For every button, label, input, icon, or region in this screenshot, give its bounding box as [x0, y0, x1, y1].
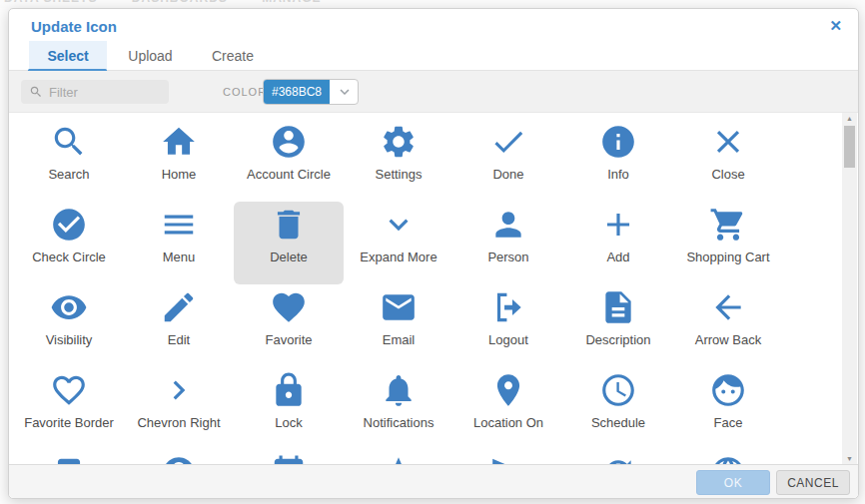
- settings-icon: [380, 123, 418, 161]
- account-circle-icon: [270, 123, 308, 161]
- cancel-button[interactable]: CANCEL: [776, 470, 850, 495]
- icon-label: Description: [585, 332, 650, 347]
- icon-label: Menu: [163, 250, 196, 264]
- icon-cell-star[interactable]: [344, 450, 453, 465]
- chevron-down-icon: [336, 83, 354, 101]
- favorite-icon: [270, 288, 308, 326]
- dialog-title: Update Icon: [31, 18, 117, 35]
- close-icon[interactable]: ✕: [825, 15, 846, 37]
- icon-cell-expand_more[interactable]: Expand More: [344, 202, 453, 284]
- favorite-border-icon: [50, 371, 88, 409]
- background-page-nav: DATA SHEETS DASHBOARDS MANAGE: [0, 0, 865, 8]
- icon-cell-settings[interactable]: Settings: [344, 119, 453, 202]
- dialog-tabs: Select Upload Create: [9, 41, 858, 71]
- filter-toolbar: COLOR #368BC8: [9, 71, 858, 113]
- icon-cell-add[interactable]: Add: [563, 202, 673, 284]
- icon-cell-event[interactable]: [234, 450, 344, 465]
- bg-nav-item: DATA SHEETS: [4, 0, 97, 5]
- icon-label: Edit: [168, 332, 190, 347]
- icon-cell-menu[interactable]: Menu: [124, 202, 234, 284]
- dialog-header: Update Icon ✕: [9, 9, 858, 41]
- icon-label: Delete: [270, 250, 308, 264]
- shopping-cart-icon: [709, 206, 747, 244]
- icon-cell-check_circle[interactable]: Check Circle: [14, 202, 124, 284]
- icon-cell-lock[interactable]: Lock: [234, 367, 344, 450]
- icon-cell-language[interactable]: [673, 450, 783, 465]
- icon-label: Location On: [473, 415, 543, 430]
- done-icon: [489, 123, 527, 161]
- icon-cell-home[interactable]: Home: [124, 119, 234, 202]
- tab-select[interactable]: Select: [29, 41, 107, 71]
- menu-icon: [160, 206, 198, 244]
- schedule-icon: [599, 371, 637, 409]
- icon-cell-help[interactable]: [124, 450, 234, 465]
- icon-label: Email: [383, 332, 416, 347]
- icon-cell-favorite[interactable]: Favorite: [234, 284, 344, 367]
- icon-cell-description[interactable]: Description: [563, 284, 673, 367]
- icon-cell-shopping_cart[interactable]: Shopping Cart: [673, 202, 783, 284]
- chevron-right-icon: [160, 371, 198, 409]
- color-swatch[interactable]: #368BC8: [264, 80, 330, 104]
- icon-label: Shopping Cart: [686, 250, 769, 264]
- ok-button[interactable]: OK: [696, 470, 770, 495]
- update-icon-dialog: Update Icon ✕ Select Upload Create COLOR…: [8, 8, 859, 499]
- scrollbar-thumb[interactable]: [844, 126, 855, 168]
- logout-icon: [489, 288, 527, 326]
- icon-cell-search[interactable]: Search: [14, 119, 124, 202]
- icon-label: Account Circle: [247, 167, 331, 182]
- scrollbar[interactable]: ▲ ▼: [842, 113, 857, 465]
- search-icon: [50, 123, 88, 161]
- icon-cell-location_on[interactable]: Location On: [453, 367, 563, 450]
- icon-cell-notifications[interactable]: Notifications: [344, 367, 453, 450]
- scrollbar-up-arrow[interactable]: ▲: [842, 113, 857, 125]
- icon-cell-email[interactable]: Email: [344, 284, 453, 367]
- icon-cell-visibility[interactable]: Visibility: [14, 284, 124, 367]
- expand-more-icon: [380, 206, 418, 244]
- icon-cell-done[interactable]: Done: [453, 119, 563, 202]
- color-dropdown[interactable]: #368BC8: [263, 79, 359, 105]
- icon-label: Arrow Back: [695, 332, 761, 347]
- icon-cell-bookmark[interactable]: [14, 450, 124, 465]
- icon-cell-person[interactable]: Person: [453, 202, 563, 284]
- icon-cell-refresh[interactable]: [563, 450, 673, 465]
- icon-cell-favorite_border[interactable]: Favorite Border: [14, 367, 124, 450]
- icon-cell-face[interactable]: Face: [673, 367, 783, 450]
- email-icon: [380, 288, 418, 326]
- dialog-footer: OK CANCEL: [9, 464, 858, 498]
- icon-cell-close[interactable]: Close: [673, 119, 783, 202]
- icon-cell-info[interactable]: Info: [563, 119, 673, 202]
- icon-label: Logout: [488, 332, 528, 347]
- icon-cell-send[interactable]: [453, 450, 563, 465]
- icon-cell-edit[interactable]: Edit: [124, 284, 234, 367]
- icon-cell-account_circle[interactable]: Account Circle: [234, 119, 344, 202]
- icon-label: Close: [711, 167, 744, 182]
- location-on-icon: [489, 371, 527, 409]
- icon-cell-schedule[interactable]: Schedule: [563, 367, 673, 450]
- icon-label: Search: [48, 167, 89, 182]
- icon-label: Lock: [275, 415, 302, 430]
- filter-box: [21, 80, 169, 104]
- search-icon: [29, 85, 43, 99]
- check-circle-icon: [50, 206, 88, 244]
- icon-label: Add: [606, 250, 629, 264]
- icon-label: Chevron Right: [137, 415, 220, 430]
- visibility-icon: [50, 288, 88, 326]
- bg-nav-item: MANAGE: [262, 0, 321, 5]
- icon-cell-arrow_back[interactable]: Arrow Back: [673, 284, 783, 367]
- color-label: COLOR: [223, 86, 267, 98]
- filter-input[interactable]: [49, 80, 164, 104]
- tab-upload[interactable]: Upload: [111, 41, 189, 71]
- edit-icon: [160, 288, 198, 326]
- icon-label: Favorite Border: [24, 415, 114, 430]
- icon-label: Favorite: [266, 332, 313, 347]
- face-icon: [709, 371, 747, 409]
- tab-create[interactable]: Create: [194, 41, 272, 71]
- icon-cell-chevron_right[interactable]: Chevron Right: [124, 367, 234, 450]
- bg-nav-item: DASHBOARDS: [132, 0, 228, 5]
- info-icon: [599, 123, 637, 161]
- icon-cell-logout[interactable]: Logout: [453, 284, 563, 367]
- close-icon: [709, 123, 747, 161]
- icon-cell-delete[interactable]: Delete: [234, 202, 344, 284]
- icon-label: Expand More: [360, 250, 436, 264]
- notifications-icon: [380, 371, 418, 409]
